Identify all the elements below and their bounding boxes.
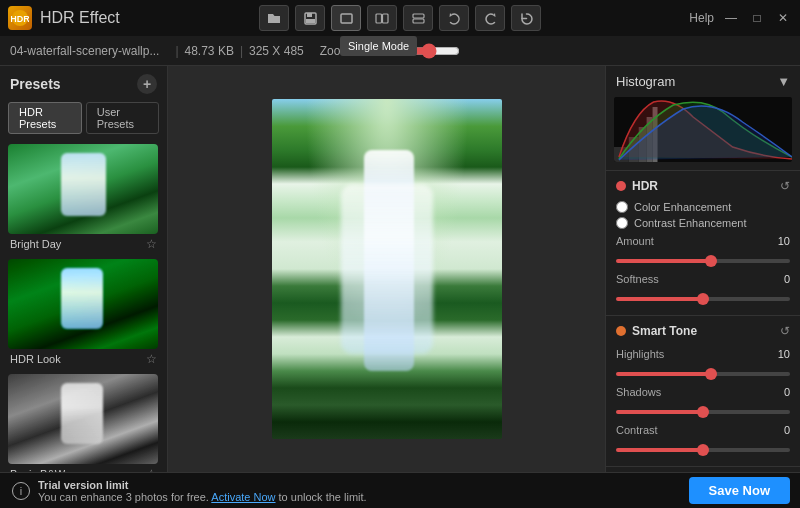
contrast-label: Contrast [616, 424, 658, 436]
trial-unlock-text: to unlock the limit. [279, 491, 367, 503]
color-enhancement-label: Color Enhancement [634, 201, 731, 213]
add-preset-button[interactable]: + [137, 74, 157, 94]
bottom-bar: i Trial version limit You can enhance 3 … [0, 472, 800, 508]
maximize-button[interactable]: □ [748, 9, 766, 27]
activate-now-link[interactable]: Activate Now [211, 491, 275, 503]
histogram-section: Histogram ▼ [606, 66, 800, 171]
rotate-right-button[interactable] [475, 5, 505, 31]
histogram-collapse-icon[interactable]: ▼ [777, 74, 790, 89]
save-now-button[interactable]: Save Now [689, 477, 790, 504]
smart-tone-section: Smart Tone ↺ Highlights 10 Shadows 0 [606, 316, 800, 467]
amount-value: 10 [778, 235, 790, 247]
tab-user-presets[interactable]: User Presets [86, 102, 159, 134]
hdr-dot [616, 181, 626, 191]
app-logo: HDR [8, 6, 32, 30]
titlebar: HDR HDR Effect Help — □ ✕ [0, 0, 800, 36]
color-enhancement-radio[interactable] [616, 201, 628, 213]
preset-thumbnail [8, 144, 158, 234]
shadows-slider-row: Shadows 0 [606, 382, 800, 420]
smart-tone-dot [616, 326, 626, 336]
contrast-value: 0 [784, 424, 790, 436]
sidebar: Presets + HDR Presets User Presets Brigh… [0, 66, 168, 472]
app-title: HDR Effect [40, 9, 120, 27]
tab-hdr-presets[interactable]: HDR Presets [8, 102, 82, 134]
smart-tone-header: Smart Tone ↺ [606, 316, 800, 344]
preset-thumbnail [8, 259, 158, 349]
highlights-label: Highlights [616, 348, 664, 360]
trial-info-icon: i [12, 482, 30, 500]
view-split-h-button[interactable] [367, 5, 397, 31]
svg-rect-3 [307, 13, 312, 17]
contrast-enhancement-radio[interactable] [616, 217, 628, 229]
highlights-value: 10 [778, 348, 790, 360]
color-enhancement-row: Color Enhancement [606, 199, 800, 215]
close-button[interactable]: ✕ [774, 9, 792, 27]
softness-slider-row: Softness 0 [606, 269, 800, 307]
filename: 04-waterfall-scenery-wallp... [10, 44, 159, 58]
trial-message: Trial version limit You can enhance 3 ph… [38, 479, 367, 503]
hdr-title: HDR [632, 179, 774, 193]
hdr-refresh-icon[interactable]: ↺ [780, 179, 790, 193]
toolbar [259, 5, 541, 31]
preset-tabs: HDR Presets User Presets [0, 102, 167, 140]
save-file-button[interactable] [295, 5, 325, 31]
shadows-value: 0 [784, 386, 790, 398]
list-item[interactable]: HDR Look ☆ [8, 259, 159, 366]
histogram-header[interactable]: Histogram ▼ [606, 66, 800, 97]
preset-list: Bright Day ☆ HDR Look ☆ [0, 140, 167, 472]
amount-slider-row: Amount 10 [606, 231, 800, 269]
histogram-chart [614, 97, 792, 162]
undo-button[interactable] [511, 5, 541, 31]
filesize: 48.73 KB [185, 44, 234, 58]
contrast-enhancement-label: Contrast Enhancement [634, 217, 747, 229]
favorite-icon[interactable]: ☆ [146, 352, 157, 366]
svg-text:HDR: HDR [11, 14, 29, 24]
svg-rect-7 [383, 14, 389, 23]
contrast-slider-row: Contrast 0 [606, 420, 800, 458]
rotate-left-button[interactable] [439, 5, 469, 31]
histogram-title: Histogram [616, 74, 675, 89]
smart-tone-title: Smart Tone [632, 324, 774, 338]
preset-name: Bright Day [10, 238, 61, 250]
preset-name: HDR Look [10, 353, 61, 365]
shadows-slider[interactable] [616, 410, 790, 414]
single-mode-tooltip: Single Mode [340, 36, 417, 56]
smart-tone-refresh-icon[interactable]: ↺ [780, 324, 790, 338]
open-folder-button[interactable] [259, 5, 289, 31]
main-layout: Presets + HDR Presets User Presets Brigh… [0, 66, 800, 472]
amount-label: Amount [616, 235, 654, 247]
view-split-v-button[interactable] [403, 5, 433, 31]
list-item[interactable]: Bright Day ☆ [8, 144, 159, 251]
softness-value: 0 [784, 273, 790, 285]
highlights-slider-row: Highlights 10 [606, 344, 800, 382]
highlights-slider[interactable] [616, 372, 790, 376]
svg-rect-9 [413, 19, 424, 23]
photo-display [272, 99, 502, 439]
favorite-icon[interactable]: ☆ [146, 237, 157, 251]
contrast-enhancement-row: Contrast Enhancement [606, 215, 800, 231]
trial-message-text: You can enhance 3 photos for free. [38, 491, 211, 503]
view-single-button[interactable] [331, 5, 361, 31]
list-item[interactable]: Basic B&W ☆ [8, 374, 159, 472]
titlebar-right: Help — □ ✕ [689, 9, 792, 27]
presets-title: Presets [10, 76, 61, 92]
svg-rect-8 [413, 14, 424, 18]
amount-slider[interactable] [616, 259, 790, 263]
minimize-button[interactable]: — [722, 9, 740, 27]
svg-rect-6 [376, 14, 382, 23]
help-button[interactable]: Help [689, 11, 714, 25]
shadows-label: Shadows [616, 386, 661, 398]
softness-slider[interactable] [616, 297, 790, 301]
hdr-section-header: HDR ↺ [606, 171, 800, 199]
svg-rect-4 [306, 19, 315, 23]
softness-label: Softness [616, 273, 659, 285]
preset-thumbnail [8, 374, 158, 464]
right-panel: Histogram ▼ [605, 66, 800, 472]
trial-title: Trial version limit [38, 479, 128, 491]
hdr-section: HDR ↺ Color Enhancement Contrast Enhance… [606, 171, 800, 316]
contrast-slider[interactable] [616, 448, 790, 452]
dimensions: 325 X 485 [249, 44, 304, 58]
presets-header: Presets + [0, 66, 167, 102]
photo-image [272, 99, 502, 439]
svg-rect-5 [341, 14, 352, 23]
